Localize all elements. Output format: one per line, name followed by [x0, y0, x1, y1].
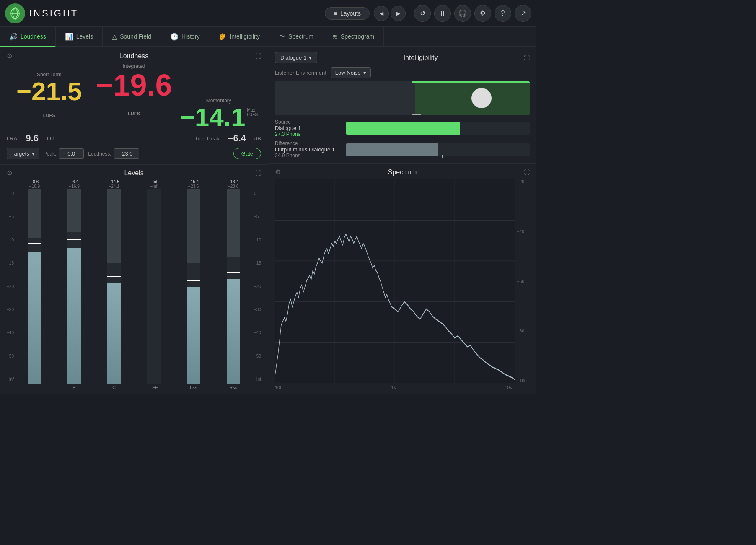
nav-arrows: ◀ ▶ [374, 6, 406, 21]
spectrum-title: Spectrum [281, 169, 524, 176]
channel-C: −14.5 −24.1 C [96, 179, 132, 390]
integrated-value: −19.6 LUFS [91, 70, 176, 130]
spectrum-x-labels: 100 1k 10k [275, 383, 530, 390]
ch-Lss-bar [187, 189, 200, 384]
intelligibility-expand-icon[interactable]: ⛶ [524, 54, 530, 61]
difference-bar-bg [346, 143, 530, 156]
help-button[interactable]: ? [495, 5, 511, 22]
loudness-ctrl-label: Loudness: [88, 151, 111, 157]
ch-Lss-stats: −15.4 −23.6 [188, 179, 199, 189]
momentary-value: −14.1 [180, 104, 246, 130]
levels-section: ⚙ Levels ⛶ 0 −5 −10 −15 −20 −30 −40 −50 … [0, 165, 268, 394]
true-peak-label: True Peak [194, 135, 220, 142]
loudness-values: Short Term −21.5 LUFS Integrated −19.6 L… [7, 63, 261, 130]
spectrum-expand-icon[interactable]: ⛶ [524, 169, 530, 176]
loudness-input[interactable] [114, 148, 139, 159]
tab-spectrum-label: Spectrum [288, 33, 313, 40]
spectrum-canvas [275, 179, 515, 383]
ch-L-peak: −8.6 [29, 179, 40, 184]
tab-soundfield[interactable]: △ Sound Field [103, 27, 161, 47]
levels-header: ⚙ Levels ⛶ [7, 169, 261, 177]
ch-R-fill [67, 248, 81, 384]
settings-button[interactable]: ⚙ [474, 5, 491, 22]
spectrum-gear-icon[interactable]: ⚙ [275, 168, 281, 176]
headphones-button[interactable]: 🎧 [454, 5, 471, 22]
levels-tab-icon: 📊 [65, 33, 73, 41]
left-panel: ⚙ Loudness ⛶ Short Term −21.5 LUFS Integ… [0, 47, 268, 394]
loudness-expand-icon[interactable]: ⛶ [255, 53, 261, 60]
source-phons: 27.3 Phons [275, 131, 342, 137]
layouts-button[interactable]: ≡ Layouts [325, 7, 370, 20]
pause-button[interactable]: ⏸ [434, 5, 451, 22]
lra-value: 9.6 [26, 133, 39, 144]
loudness-header: ⚙ Loudness ⛶ [7, 52, 261, 60]
targets-select[interactable]: Targets ▾ [7, 148, 39, 159]
source-bar-fill [346, 122, 460, 135]
prev-button[interactable]: ◀ [374, 6, 389, 21]
menu-icon: ≡ [334, 10, 337, 17]
tab-intelligibility[interactable]: 👂 Intelligibility [209, 27, 269, 47]
dialogue-select[interactable]: Dialogue 1 ▾ [275, 52, 317, 63]
extra-button[interactable]: ↗ [515, 5, 531, 22]
spectrum-header: ⚙ Spectrum ⛶ [275, 168, 530, 176]
tab-spectrum[interactable]: 〜 Spectrum [269, 27, 323, 47]
momentary-col: Momentary −14.1 Max LUFS [176, 98, 261, 130]
tab-levels-label: Levels [76, 33, 93, 40]
app-title: INSIGHT [29, 8, 78, 19]
x-label-100: 100 [275, 385, 282, 390]
tab-loudness[interactable]: 🔊 Loudness [0, 27, 56, 47]
right-panel: Dialogue 1 ▾ Intelligibility ⛶ Listener … [268, 47, 536, 394]
channel-LFE: −Inf −Inf LFE [136, 179, 172, 390]
levels-expand-icon[interactable]: ⛶ [255, 170, 261, 176]
spectrum-body: −20 −40 −60 −80 −100 100 1k 10k [275, 179, 530, 390]
source-bar-row: Source Dialogue 1 27.3 Phons [275, 119, 530, 137]
levels-gear-icon[interactable]: ⚙ [7, 169, 13, 177]
lra-unit: LU [47, 135, 54, 142]
peak-field: Peak: [44, 148, 84, 159]
listener-chevron-icon: ▾ [363, 70, 366, 76]
tab-loudness-label: Loudness [21, 33, 46, 40]
intelligibility-viz [275, 81, 530, 115]
tab-spectrogram[interactable]: ≋ Spectrogram [323, 27, 384, 47]
spectrum-content: −20 −40 −60 −80 −100 [275, 179, 530, 383]
ch-Rss-fill [227, 279, 240, 384]
spectrum-tab-icon: 〜 [279, 32, 285, 41]
layouts-label: Layouts [340, 10, 361, 17]
spectrum-scale-right: −20 −40 −60 −80 −100 [515, 179, 530, 383]
ch-L-label: L [33, 385, 36, 390]
ch-Lss-rms: −23.6 [188, 184, 199, 189]
short-term-unit: LUFS [43, 113, 55, 118]
channel-Rss: −13.4 −23.6 Rss [215, 179, 251, 390]
levels-body: 0 −5 −10 −15 −20 −30 −40 −50 −Inf −8.6 − [7, 179, 261, 390]
targets-chevron-icon: ▾ [32, 151, 35, 157]
ch-Rss-peak-marker [227, 272, 240, 273]
next-button[interactable]: ▶ [391, 6, 406, 21]
ch-LFE-peak: −Inf [150, 179, 157, 184]
ch-Rss-peak: −13.4 [228, 179, 238, 184]
dialogue-chevron-icon: ▾ [309, 54, 312, 61]
loudness-section: ⚙ Loudness ⛶ Short Term −21.5 LUFS Integ… [0, 47, 268, 165]
listener-value: Low Noise [335, 70, 361, 76]
loop-button[interactable]: ↺ [414, 5, 431, 22]
listener-select[interactable]: Low Noise ▾ [331, 67, 371, 78]
ch-Lss-fill [187, 287, 200, 384]
tab-history[interactable]: 🕐 History [161, 27, 210, 47]
ch-Rss-label: Rss [229, 385, 237, 390]
ch-C-label: C [112, 385, 116, 390]
channel-Lss: −15.4 −23.6 Lss [175, 179, 212, 390]
loudness-gear-icon[interactable]: ⚙ [7, 52, 13, 60]
tab-levels[interactable]: 📊 Levels [56, 27, 103, 47]
ch-R-rms: −16.9 [69, 184, 80, 189]
ch-L-peak-marker [28, 243, 41, 244]
spectrum-wrapper: −20 −40 −60 −80 −100 100 1k 10k [275, 179, 530, 390]
lra-row: LRA 9.6 LU True Peak −6.4 dB [7, 133, 261, 144]
true-peak-value: −6.4 [228, 133, 246, 144]
ch-Lss-peak-marker [187, 280, 200, 281]
peak-input[interactable] [59, 148, 84, 159]
ch-C-peak: −14.5 [109, 179, 119, 184]
loudness-tab-icon: 🔊 [9, 33, 18, 41]
ch-C-fill [107, 283, 121, 384]
ch-L-stats: −8.6 −16.9 [29, 179, 40, 189]
ch-C-dark [107, 189, 121, 263]
gate-button[interactable]: Gate [233, 148, 261, 159]
